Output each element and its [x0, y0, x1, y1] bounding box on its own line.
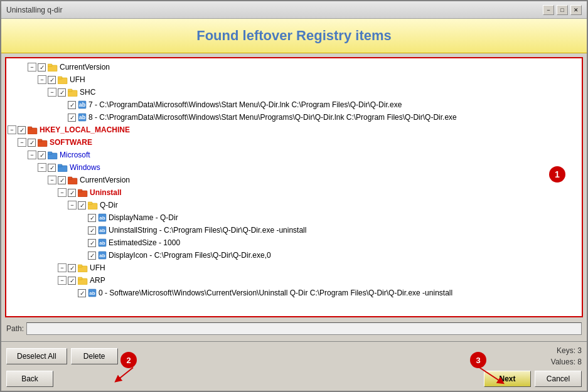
main-content: − CurrentVersion −: [1, 53, 587, 341]
node-label: Windows: [70, 163, 100, 172]
tree-row: ab DisplayIcon - C:\Program Files\Q-Dir\…: [8, 249, 580, 262]
registry-value-icon: ab: [98, 238, 107, 247]
tree-row: − SHC: [8, 86, 580, 98]
tree-checkbox[interactable]: [68, 277, 76, 285]
tree-checkbox[interactable]: [68, 189, 76, 197]
expand-btn[interactable]: −: [58, 263, 67, 272]
tree-checkbox[interactable]: [68, 101, 76, 109]
node-label: SOFTWARE: [50, 138, 92, 147]
svg-rect-11: [28, 127, 32, 129]
svg-rect-33: [78, 265, 82, 267]
tree-checkbox[interactable]: [48, 164, 56, 172]
tree-row: − Q-Dir: [8, 199, 580, 211]
tree-row: ab EstimatedSize - 1000: [8, 236, 580, 249]
folder-icon: [78, 188, 88, 197]
folder-icon: [68, 176, 78, 184]
folder-icon: [88, 201, 98, 209]
path-label: Path:: [6, 324, 24, 333]
tree-checkbox[interactable]: [58, 88, 66, 97]
title-bar: Uninstalling q-dir − □ ✕: [1, 1, 587, 19]
svg-text:ab: ab: [79, 114, 86, 120]
folder-icon: [78, 276, 88, 285]
registry-value-icon: ab: [98, 251, 107, 260]
path-bar: Path:: [5, 320, 583, 337]
svg-text:ab: ab: [89, 290, 95, 296]
expand-btn[interactable]: −: [28, 151, 36, 159]
svg-text:ab: ab: [99, 240, 105, 246]
path-input[interactable]: [26, 322, 582, 335]
tree-checkbox[interactable]: [48, 76, 56, 84]
tree-checkbox[interactable]: [68, 264, 76, 272]
tree-checkbox[interactable]: [68, 114, 76, 122]
values-label: Values:: [551, 358, 575, 366]
expand-btn[interactable]: −: [28, 63, 36, 72]
tree-checkbox[interactable]: [88, 214, 96, 222]
expand-btn[interactable]: −: [8, 125, 16, 134]
svg-rect-5: [68, 89, 72, 92]
tree-row: ab 8 - C:\ProgramData\Microsoft\Windows\…: [8, 111, 580, 124]
tree-checkbox[interactable]: [78, 289, 86, 297]
registry-value-icon: ab: [98, 226, 107, 235]
tree-checkbox[interactable]: [88, 239, 96, 247]
tree-checkbox[interactable]: [78, 201, 86, 209]
tree-checkbox[interactable]: [58, 176, 66, 184]
tree-checkbox[interactable]: [18, 126, 26, 134]
folder-icon: [48, 151, 58, 159]
header-banner: Found leftover Registry items: [1, 19, 587, 53]
tree-checkbox[interactable]: [88, 252, 96, 260]
tree-row: − UFH: [8, 262, 580, 274]
svg-text:ab: ab: [99, 228, 105, 233]
registry-value-icon: ab: [88, 289, 97, 297]
minimize-button[interactable]: −: [543, 5, 554, 15]
node-label: Uninstall: [90, 188, 122, 197]
node-label: 7 - C:\ProgramData\Microsoft\Windows\Sta…: [88, 100, 402, 109]
registry-tree[interactable]: − CurrentVersion −: [5, 57, 583, 317]
tree-checkbox[interactable]: [88, 226, 96, 235]
tree-row: − HKEY_LOCAL_MACHINE: [8, 124, 580, 136]
back-button[interactable]: Back: [6, 371, 53, 387]
folder-icon: [48, 63, 58, 72]
node-label: HKEY_LOCAL_MACHINE: [40, 125, 130, 134]
expand-btn[interactable]: −: [48, 176, 56, 184]
next-button[interactable]: Next: [484, 371, 531, 387]
svg-rect-21: [78, 189, 82, 192]
maximize-button[interactable]: □: [557, 5, 568, 15]
svg-text:ab: ab: [99, 215, 105, 221]
header-title: Found leftover Registry items: [10, 28, 578, 44]
svg-rect-19: [68, 177, 72, 179]
tree-row: − Windows: [8, 161, 580, 174]
delete-button[interactable]: Delete: [71, 348, 118, 364]
registry-value-icon: ab: [98, 213, 107, 222]
expand-btn[interactable]: −: [38, 75, 46, 84]
tree-row: − UFH: [8, 73, 580, 86]
tree-row: ab UninstallString - C:\Program Files\Q-…: [8, 224, 580, 236]
registry-value-icon: ab: [78, 113, 87, 122]
tree-checkbox[interactable]: [38, 151, 46, 159]
values-value: 8: [577, 358, 582, 366]
keys-value: 3: [577, 346, 582, 355]
expand-btn[interactable]: −: [38, 163, 46, 172]
cancel-button[interactable]: Cancel: [535, 371, 582, 387]
folder-icon: [28, 125, 38, 134]
node-label: ARP: [90, 276, 105, 285]
tree-row: − ARP: [8, 274, 580, 287]
expand-btn[interactable]: −: [68, 201, 77, 209]
expand-btn[interactable]: −: [58, 276, 67, 285]
folder-icon: [38, 138, 48, 147]
tree-checkbox[interactable]: [28, 139, 36, 147]
close-button[interactable]: ✕: [570, 5, 582, 15]
folder-icon: [78, 263, 88, 272]
expand-btn[interactable]: −: [18, 138, 26, 147]
tree-row: ab 7 - C:\ProgramData\Microsoft\Windows\…: [8, 98, 580, 111]
tree-checkbox[interactable]: [38, 63, 46, 72]
svg-rect-17: [58, 164, 62, 167]
expand-btn[interactable]: −: [58, 188, 67, 197]
svg-rect-23: [88, 202, 92, 204]
folder-icon: [58, 75, 68, 84]
node-label: UFH: [70, 75, 85, 84]
title-bar-controls: − □ ✕: [543, 5, 582, 15]
deselect-all-button[interactable]: Deselect All: [6, 348, 67, 364]
svg-rect-35: [78, 277, 82, 280]
expand-btn[interactable]: −: [48, 88, 56, 97]
tree-row: ab DisplayName - Q-Dir: [8, 211, 580, 224]
